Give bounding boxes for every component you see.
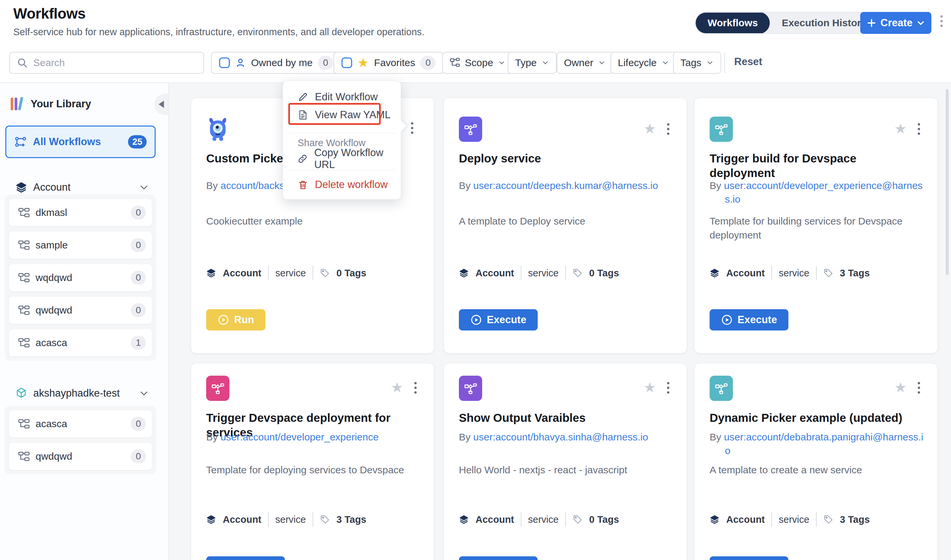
sidebar-item-acasca[interactable]: acasca 1 — [9, 329, 152, 357]
library-icon — [9, 96, 24, 112]
workflow-card-trigger-build[interactable]: ★ Trigger build for Devspace deployment … — [694, 98, 938, 354]
workflow-card-show-output[interactable]: ★ Show Output Varaibles By user:account/… — [443, 363, 687, 560]
filter-type-dropdown[interactable]: Type — [508, 52, 557, 74]
owner-link[interactable]: user:account/bhavya.sinha@harness.io — [473, 431, 648, 442]
favorite-star-icon[interactable]: ★ — [644, 381, 656, 395]
hierarchy-icon — [449, 57, 460, 68]
sidebar-group-akshayphadke-test[interactable]: akshayphadke-test — [0, 386, 169, 401]
count-badge: 0 — [131, 303, 146, 317]
execute-button[interactable]: Execute — [459, 309, 538, 331]
sidebar-group-account[interactable]: Account — [0, 180, 169, 195]
divider — [724, 52, 725, 73]
filter-favorites[interactable]: ★ Favorites 0 — [333, 52, 443, 74]
search-placeholder: Search — [33, 57, 65, 68]
sidebar-item-qwdqwd-2[interactable]: qwdqwd 0 — [9, 442, 152, 470]
card-kebab-menu-icon[interactable] — [414, 382, 417, 394]
favorite-star-icon[interactable]: ★ — [644, 122, 656, 136]
card-kebab-menu-icon[interactable] — [667, 382, 669, 394]
play-icon — [470, 314, 482, 326]
layers-icon — [15, 182, 27, 193]
owner-link[interactable]: account/backs — [221, 180, 284, 191]
card-kebab-menu-icon[interactable] — [667, 123, 669, 135]
monster-icon — [206, 117, 229, 142]
menu-item-copy-workflow-url[interactable]: Copy Workflow URL — [283, 151, 401, 167]
card-kebab-menu-icon[interactable] — [918, 382, 920, 394]
workflow-card-deploy-service[interactable]: ★ Deploy service By user:account/deepesh… — [443, 98, 687, 354]
chevron-down-icon — [139, 182, 149, 192]
run-button[interactable]: Run — [206, 309, 266, 331]
sidebar-item-dkmasl[interactable]: dkmasl 0 — [9, 198, 152, 226]
menu-item-delete-workflow[interactable]: Delete workflow — [283, 177, 401, 193]
card-meta: Account service 3 Tags — [710, 512, 927, 527]
card-description: A template to Deploy service — [459, 214, 673, 228]
owner-link[interactable]: user:account/developer_experience@harnes… — [724, 180, 923, 205]
reset-filters-button[interactable]: Reset — [734, 56, 762, 68]
menu-item-view-raw-yaml[interactable]: View Raw YAML — [283, 107, 401, 123]
card-title: Show Output Varaibles — [459, 411, 673, 425]
layers-icon — [710, 514, 719, 525]
count-badge: 0 — [131, 417, 146, 431]
workflow-context-menu: Edit Workflow View Raw YAML Share Workfl… — [283, 81, 401, 200]
owner-link[interactable]: user:account/debabrata.panigrahi@harness… — [724, 431, 923, 456]
execute-button[interactable]: Execute — [206, 556, 285, 560]
workflow-card-dynamic-picker[interactable]: ★ Dynamic Picker example (updated) By us… — [694, 363, 938, 560]
sidebar-item-sample[interactable]: sample 0 — [9, 231, 152, 259]
count-badge: 0 — [131, 271, 146, 285]
filter-scope-dropdown[interactable]: Scope — [442, 52, 513, 74]
collapse-arrow-icon — [159, 101, 164, 108]
tag-icon — [823, 514, 833, 525]
favorite-star-icon[interactable]: ★ — [391, 381, 403, 395]
owner-link[interactable]: user:account/developer_experience — [221, 431, 378, 442]
hierarchy-icon — [18, 338, 29, 348]
count-badge: 0 — [131, 206, 146, 220]
chevron-down-icon — [139, 388, 149, 398]
link-icon — [298, 154, 307, 164]
all-workflows-count-badge: 25 — [128, 135, 147, 148]
card-kebab-menu-icon[interactable] — [918, 123, 920, 135]
owner-link[interactable]: user:account/deepesh.kumar@harness.io — [473, 180, 658, 191]
trash-icon — [298, 179, 308, 190]
tag-icon — [573, 514, 582, 525]
pencil-icon — [298, 92, 308, 102]
hierarchy-icon — [18, 273, 29, 282]
chevron-down-icon — [706, 59, 714, 67]
card-description: Hello World - nextjs - react - javascrip… — [459, 463, 673, 477]
workflow-card-trigger-devspace[interactable]: ★ Trigger Devspace deployment for servic… — [191, 363, 434, 560]
divider — [289, 133, 395, 133]
count-badge: 0 — [131, 449, 146, 463]
filter-owner-dropdown[interactable]: Owner — [557, 52, 613, 74]
card-description: A template to create a new service — [710, 463, 923, 477]
library-title: Your Library — [31, 98, 91, 110]
plus-icon — [866, 18, 877, 28]
sidebar-item-wqdqwd[interactable]: wqdqwd 0 — [9, 264, 152, 292]
filter-tags-dropdown[interactable]: Tags — [673, 52, 721, 74]
sidebar-item-acasca-2[interactable]: acasca 0 — [9, 410, 152, 438]
chevron-down-icon — [661, 59, 669, 67]
page-subtitle: Self-service hub for new applications, i… — [13, 26, 424, 37]
vertical-scrollbar[interactable] — [946, 89, 949, 275]
star-icon: ★ — [357, 57, 369, 69]
menu-item-edit-workflow[interactable]: Edit Workflow — [283, 89, 401, 105]
search-input[interactable]: Search — [9, 52, 204, 74]
filter-owned-by-me[interactable]: Owned by me 0 — [211, 52, 341, 74]
favorite-star-icon[interactable]: ★ — [894, 381, 907, 395]
favorite-star-icon[interactable]: ★ — [894, 122, 907, 136]
sidebar-item-all-workflows[interactable]: All Workflows 25 — [5, 126, 156, 158]
workflow-card-icon — [459, 117, 482, 142]
workflow-card-icon — [459, 375, 482, 401]
create-button[interactable]: Create — [860, 12, 931, 34]
owned-checkbox[interactable] — [219, 57, 230, 68]
workflow-icon — [14, 135, 27, 148]
favorites-checkbox[interactable] — [341, 57, 352, 68]
card-kebab-menu-icon[interactable] — [411, 122, 413, 134]
execute-button[interactable]: Execute — [710, 556, 788, 560]
hierarchy-icon — [18, 419, 29, 428]
favorites-count-badge: 0 — [420, 56, 435, 70]
header-kebab-menu-icon[interactable] — [940, 15, 943, 27]
execute-button[interactable]: Execute — [459, 556, 538, 560]
sidebar-collapse-button[interactable] — [154, 94, 168, 115]
execute-button[interactable]: Execute — [710, 309, 788, 331]
sidebar-item-qwdqwd[interactable]: qwdqwd 0 — [9, 296, 152, 324]
tab-workflows[interactable]: Workflows — [696, 12, 770, 34]
filter-lifecycle-dropdown[interactable]: Lifecycle — [610, 52, 677, 74]
